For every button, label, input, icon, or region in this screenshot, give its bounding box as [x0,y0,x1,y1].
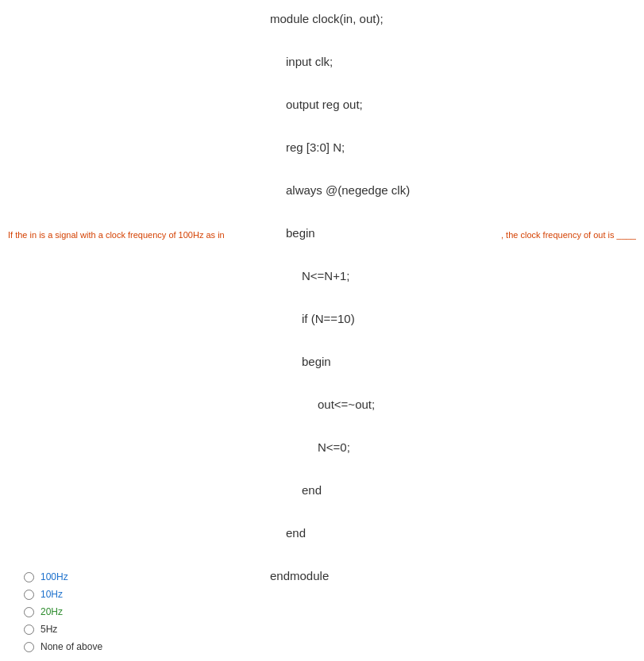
code-line-blank-11 [270,458,410,479]
code-line-1: module clock(in, out); [270,8,410,29]
code-line-7: N<=N+1; [270,265,410,286]
label-100hz: 100Hz [40,571,68,582]
code-line-11: N<=0; [270,436,410,458]
label-20hz: 20Hz [40,606,63,617]
code-line-blank-8 [270,329,410,351]
label-none-above: None of above [40,641,102,652]
code-line-blank-6 [270,244,410,265]
code-line-13: end [270,522,410,544]
option-1[interactable]: 100Hz [24,571,102,582]
question-right: , the clock frequency of out is ____ [501,230,636,240]
option-4[interactable]: 5Hz [24,624,102,635]
radio-none-above[interactable] [24,642,34,652]
code-line-2: input clk; [270,51,410,72]
label-10hz: 10Hz [40,589,63,600]
radio-10hz[interactable] [24,590,34,600]
code-line-blank-12 [270,501,410,522]
code-line-blank-13 [270,544,410,565]
options-container: 100Hz 10Hz 20Hz 5Hz None of above [24,571,102,652]
option-2[interactable]: 10Hz [24,589,102,600]
option-3[interactable]: 20Hz [24,606,102,617]
label-5hz: 5Hz [40,624,57,635]
code-line-3: output reg out; [270,94,410,115]
radio-5hz[interactable] [24,624,34,635]
code-line-12: end [270,479,410,501]
code-line-blank-1 [270,29,410,51]
radio-100hz[interactable] [24,572,34,582]
code-line-blank-3 [270,115,410,136]
code-line-blank-4 [270,158,410,179]
code-line-8: if (N==10) [270,308,410,329]
question-left: If the in is a signal with a clock frequ… [8,230,225,240]
code-block: module clock(in, out); input clk; output… [270,8,410,586]
code-line-10: out<=~out; [270,394,410,415]
option-5[interactable]: None of above [24,641,102,652]
radio-20hz[interactable] [24,607,34,617]
code-line-9: begin [270,351,410,372]
code-line-blank-2 [270,72,410,94]
code-line-14: endmodule [270,565,410,586]
code-line-blank-9 [270,372,410,394]
code-line-blank-10 [270,415,410,436]
code-line-5: always @(negedge clk) [270,179,410,201]
code-line-blank-7 [270,286,410,308]
code-line-6: begin [270,222,410,244]
code-line-4: reg [3:0] N; [270,136,410,158]
code-line-blank-5 [270,201,410,222]
